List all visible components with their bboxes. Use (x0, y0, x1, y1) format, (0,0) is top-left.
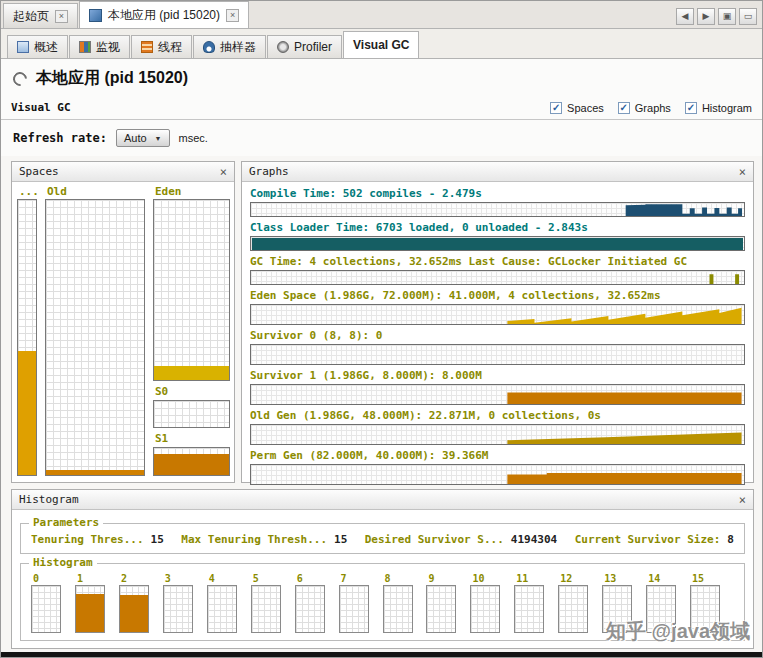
window-controls: ◀▶▣▭ (676, 8, 762, 28)
space-eden-fill (154, 366, 229, 380)
view-tab-label: 概述 (34, 39, 58, 56)
graph-strip (250, 424, 745, 445)
refresh-rate-unit: msec. (179, 132, 208, 144)
graph-row: Survivor 0 (8, 8): 0 (250, 329, 745, 365)
parameters-group-title: Parameters (29, 516, 103, 529)
parameter-label: Desired Survivor S... (365, 533, 504, 546)
histogram-bin-label: 3 (163, 573, 207, 585)
close-icon[interactable]: × (739, 494, 746, 506)
tab-sampler[interactable]: 抽样器 (193, 35, 266, 58)
visualvm-window: 起始页×本地应用 (pid 15020)× ◀▶▣▭ 概述监视线程抽样器Prof… (0, 0, 763, 658)
histogram-bin-box (339, 585, 369, 633)
document-tabs: 起始页×本地应用 (pid 15020)× (3, 1, 250, 28)
close-icon[interactable]: × (739, 166, 746, 178)
graph-row: Perm Gen (82.000M, 40.000M): 39.366M (250, 449, 745, 485)
space-eden-box (153, 199, 230, 381)
tab-close-icon[interactable]: × (226, 9, 239, 22)
view-tab-label: 监视 (96, 39, 120, 56)
graph-strip (250, 384, 745, 405)
graph-strip (250, 270, 745, 285)
parameter-item: Max Tenuring Thresh...15 (181, 533, 347, 546)
space-s1-label: S1 (155, 432, 168, 445)
space-s1-fill (154, 454, 229, 475)
float-window-icon[interactable]: ▣ (718, 8, 736, 25)
tab-visualgc[interactable]: Visual GC (343, 31, 419, 58)
histogram-bin-label: 9 (426, 573, 470, 585)
graph-strip (250, 464, 745, 485)
histogram-bin-box (119, 585, 149, 633)
histogram-bin: 5 (251, 573, 295, 633)
histogram-bin-label: 1 (75, 573, 119, 585)
tab-monitor[interactable]: 监视 (69, 35, 130, 58)
spaces-panel-header: Spaces × (12, 162, 234, 182)
visualgc-toolbar-title: Visual GC (11, 101, 71, 114)
space-perm-box (17, 199, 37, 476)
histogram-bin-label: 2 (119, 573, 163, 585)
parameter-value: 8 (727, 533, 734, 546)
histogram-bin-label: 13 (602, 573, 646, 585)
refresh-rate-row: Refresh rate: Auto ▼ msec. (1, 120, 762, 156)
checkbox-box-icon: ✓ (550, 102, 562, 114)
histogram-bin: 9 (426, 573, 470, 633)
histogram-panel-title: Histogram (19, 493, 79, 506)
histogram-bin-label: 6 (295, 573, 339, 585)
histogram-bin-box (383, 585, 413, 633)
parameter-value: 15 (151, 533, 164, 546)
view-tab-bar: 概述监视线程抽样器ProfilerVisual GC (1, 29, 762, 59)
histogram-bin-label: 4 (207, 573, 251, 585)
histogram-bin-label: 10 (470, 573, 514, 585)
parameter-value: 4194304 (511, 533, 557, 546)
document-tab[interactable]: 本地应用 (pid 15020)× (79, 1, 249, 28)
tab-profiler[interactable]: Profiler (267, 35, 342, 58)
threads-icon (141, 41, 153, 53)
overview-icon (17, 41, 29, 53)
graph-row: Class Loader Time: 6703 loaded, 0 unload… (250, 221, 745, 251)
checkbox-label: Histogram (702, 102, 752, 114)
space-perm-fill (18, 351, 36, 475)
parameter-item: Desired Survivor S...4194304 (365, 533, 557, 546)
space-old-box (45, 199, 145, 476)
histogram-bin: 4 (207, 573, 251, 633)
parameter-label: Tenuring Thres... (31, 533, 144, 546)
checkbox-graphs[interactable]: ✓Graphs (618, 102, 671, 114)
close-icon[interactable]: × (220, 166, 227, 178)
forward-arrow-icon[interactable]: ▶ (697, 8, 715, 25)
checkbox-spaces[interactable]: ✓Spaces (550, 102, 604, 114)
graph-strip (250, 202, 745, 217)
histogram-bin-fill (120, 595, 148, 632)
space-s0-box (153, 400, 230, 428)
histogram-bin: 1 (75, 573, 119, 633)
refresh-rate-dropdown[interactable]: Auto ▼ (116, 129, 170, 147)
checkbox-box-icon: ✓ (618, 102, 630, 114)
view-tab-label: 线程 (158, 39, 182, 56)
tab-close-icon[interactable]: × (55, 10, 68, 23)
graph-strip (250, 344, 745, 365)
histogram-bin-label: 5 (251, 573, 295, 585)
parameter-value: 15 (334, 533, 347, 546)
histogram-bin-box (207, 585, 237, 633)
space-old-label: Old (47, 185, 67, 198)
tab-overview[interactable]: 概述 (7, 35, 68, 58)
space-perm-label: ... (19, 185, 39, 198)
toolbar-checkboxes: ✓Spaces✓Graphs✓Histogram (550, 102, 752, 114)
checkbox-histogram[interactable]: ✓Histogram (685, 102, 752, 114)
histogram-bin: 12 (558, 573, 602, 633)
histogram-panel-header: Histogram × (12, 490, 753, 510)
graph-row: Old Gen (1.986G, 48.000M): 22.871M, 0 co… (250, 409, 745, 445)
histogram-bin: 3 (163, 573, 207, 633)
profiler-icon (277, 41, 289, 53)
back-arrow-icon[interactable]: ◀ (676, 8, 694, 25)
histogram-bin-label: 12 (558, 573, 602, 585)
application-icon (89, 9, 102, 22)
histogram-bin: 10 (470, 573, 514, 633)
tab-threads[interactable]: 线程 (131, 35, 192, 58)
monitor-icon (79, 41, 91, 53)
histogram-bin: 6 (295, 573, 339, 633)
space-eden-label: Eden (155, 185, 182, 198)
histogram-bin: 2 (119, 573, 163, 633)
spaces-content: ... Old Eden S0 S1 (12, 182, 234, 482)
minimize-window-icon[interactable]: ▭ (739, 8, 757, 25)
histogram-bin: 0 (31, 573, 75, 633)
document-tab[interactable]: 起始页× (3, 3, 78, 28)
histogram-bin-box (558, 585, 588, 633)
